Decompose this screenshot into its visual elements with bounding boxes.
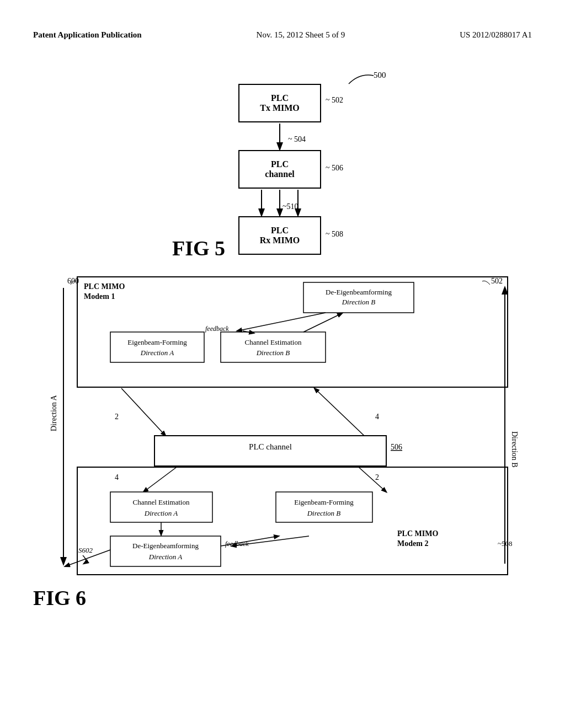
ref-500: 500 (343, 70, 387, 89)
svg-text:2: 2 (375, 473, 379, 481)
svg-text:Eigenbeam-Forming: Eigenbeam-Forming (127, 338, 187, 346)
svg-text:Modem 1: Modem 1 (84, 292, 115, 301)
svg-text:feedback: feedback (205, 325, 229, 333)
header-center: Nov. 15, 2012 Sheet 5 of 9 (257, 30, 345, 40)
svg-rect-9 (110, 332, 204, 362)
svg-text:Direction A: Direction A (140, 349, 174, 357)
ref-508: ~ 508 (326, 230, 343, 239)
box-plc-channel-label: PLCchannel (265, 159, 294, 179)
svg-rect-12 (221, 332, 326, 362)
svg-rect-38 (110, 492, 212, 522)
svg-line-35 (359, 467, 386, 492)
ref-510: ~510 (282, 202, 299, 211)
svg-text:PLC MIMO: PLC MIMO (397, 529, 438, 538)
svg-text:Direction A: Direction A (148, 553, 182, 561)
svg-text:PLC MIMO: PLC MIMO (84, 282, 125, 291)
fig6-section: De-Eigenbeamforming Direction B Eigenbea… (33, 271, 532, 610)
svg-line-28 (315, 388, 364, 436)
svg-line-33 (143, 467, 177, 492)
page: Patent Application Publication Nov. 15, … (0, 0, 565, 728)
svg-text:500: 500 (374, 71, 386, 79)
fig5-container: 500 PLCTx MIMO ~ 502 ~ 504 PLCchannel ~ … (33, 62, 532, 266)
svg-text:S602: S602 (78, 546, 93, 554)
svg-rect-41 (276, 492, 372, 522)
fig5-label: FIG 5 (172, 236, 225, 260)
svg-text:Direction B: Direction B (342, 298, 376, 306)
fig6-label: FIG 6 (33, 586, 86, 610)
svg-text:~508: ~508 (498, 539, 513, 548)
ref-506: ~ 506 (326, 164, 343, 173)
svg-text:Direction B: Direction B (307, 509, 341, 517)
header-left: Patent Application Publication (33, 30, 142, 40)
svg-line-26 (121, 388, 166, 436)
svg-text:502: 502 (491, 277, 503, 285)
svg-text:PLC channel: PLC channel (249, 442, 292, 451)
header-right: US 2012/0288017 A1 (460, 30, 532, 40)
ref-502: ~ 502 (326, 96, 343, 105)
box-plc-rx-mimo: PLCRx MIMO (238, 216, 321, 255)
box-plc-tx-mimo-label: PLCTx MIMO (260, 93, 300, 113)
box-plc-rx-mimo-label: PLCRx MIMO (260, 226, 300, 245)
svg-text:4: 4 (375, 413, 379, 421)
svg-text:De-Eigenbeamforming: De-Eigenbeamforming (132, 542, 199, 550)
svg-text:Eigenbeam-Forming: Eigenbeam-Forming (294, 498, 354, 506)
svg-text:Direction B: Direction B (510, 431, 519, 468)
svg-text:Direction A: Direction A (50, 394, 58, 431)
svg-text:Direction B: Direction B (256, 349, 290, 357)
fig5-diagram: 500 PLCTx MIMO ~ 502 ~ 504 PLCchannel ~ … (172, 62, 393, 266)
svg-rect-44 (110, 536, 221, 566)
svg-text:Modem 2: Modem 2 (397, 539, 428, 548)
svg-text:feedback: feedback (225, 540, 249, 548)
svg-text:4: 4 (115, 473, 119, 481)
ref-504: ~ 504 (288, 135, 306, 144)
svg-text:506: 506 (391, 443, 402, 451)
header: Patent Application Publication Nov. 15, … (0, 0, 565, 51)
svg-text:Direction A: Direction A (144, 509, 178, 517)
svg-text:2: 2 (115, 413, 119, 421)
svg-text:Channel Estimation: Channel Estimation (133, 498, 190, 506)
fig6-diagram: De-Eigenbeamforming Direction B Eigenbea… (33, 271, 532, 580)
box-plc-channel: PLCchannel (238, 150, 321, 189)
svg-text:Channel Estimation: Channel Estimation (245, 338, 302, 346)
fig6-svg: De-Eigenbeamforming Direction B Eigenbea… (33, 271, 532, 580)
box-plc-tx-mimo: PLCTx MIMO (238, 84, 321, 122)
content: 500 PLCTx MIMO ~ 502 ~ 504 PLCchannel ~ … (0, 51, 565, 621)
svg-text:De-Eigenbeamforming: De-Eigenbeamforming (326, 288, 392, 296)
